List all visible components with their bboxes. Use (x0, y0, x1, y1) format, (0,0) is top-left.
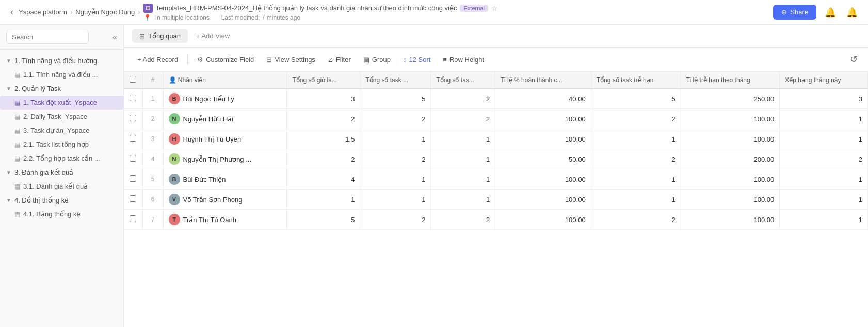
nav-section-header-0[interactable]: ▼1. Tính năng và điều hướng (0, 54, 123, 68)
cell-ti-le-5: 100.00 (495, 190, 591, 210)
bell-icon[interactable]: 🔔 (823, 5, 838, 20)
table-container: # 👤 Nhân viên Tổng số giờ là... Tổng số … (124, 72, 868, 327)
nav-item-0-0[interactable]: ▤1.1. Tính năng và điều ... (0, 68, 123, 82)
nav-item-1-3[interactable]: ▤2.1. Task list tổng hợp (0, 137, 123, 151)
nav-item-3-0[interactable]: ▤4.1. Bảng thống kê (0, 207, 123, 221)
col-header-nhan-vien[interactable]: 👤 Nhân viên (163, 72, 287, 89)
cell-ti-le-0: 40.00 (495, 89, 591, 109)
nav-item-1-4[interactable]: ▤2.2. Tổng hợp task cần ... (0, 151, 123, 165)
group-label: Group (372, 56, 391, 64)
avatar-5: V (169, 194, 180, 205)
view-settings-button[interactable]: ⊟ View Settings (261, 53, 320, 66)
sidebar-search-area: « (0, 25, 123, 50)
nav-item-icon-0-0: ▤ (14, 71, 20, 79)
col-header-ti-le-hoan-thanh[interactable]: Ti lệ % hoàn thành c... (495, 72, 591, 89)
section-label-2: 3. Đánh giá kết quả (14, 168, 73, 176)
topbar-title-group: Templates_HRM-PMS-04-2024_Hệ thống quản … (143, 4, 498, 21)
col-header-tong-so-task-2[interactable]: Tổng số tas... (431, 72, 495, 89)
row-checkbox-5[interactable] (124, 190, 142, 210)
cell-tre-han-5: 1 (591, 190, 681, 210)
nav-item-label-1-3: 2.1. Task list tổng hợp (23, 141, 89, 148)
nav-item-icon-1-1: ▤ (14, 113, 20, 120)
name-1: Nguyễn Hữu Hải (183, 115, 234, 123)
cell-name-2[interactable]: H Huỳnh Thị Tú Uyên (163, 129, 287, 149)
cell-name-3[interactable]: N Nguyễn Thị Phương ... (163, 149, 287, 169)
cell-ti-le-1: 100.00 (495, 109, 591, 129)
tab-label: Tổng quan (148, 32, 181, 40)
add-view-button[interactable]: + Add View (190, 29, 236, 43)
share-button[interactable]: Share (773, 5, 816, 20)
nav-section-2: ▼3. Đánh giá kết quả▤3.1. Đánh giá kết q… (0, 165, 123, 193)
star-icon[interactable]: ☆ (491, 4, 498, 12)
row-height-button[interactable]: ≡ Row Height (438, 53, 489, 66)
col-header-ti-le-tre-han[interactable]: Ti lệ trễ hạn theo tháng (681, 72, 780, 89)
cell-name-5[interactable]: V Võ Trần Sơn Phong (163, 190, 287, 210)
nav-section-header-1[interactable]: ▼2. Quản lý Task (0, 82, 123, 96)
nav-item-label-1-0: 1. Task đột xuất_Yspace (23, 99, 97, 106)
cell-gio-3: 2 (287, 149, 360, 169)
breadcrumb-yspace[interactable]: Yspace platform (19, 8, 67, 16)
col-header-xep-hang[interactable]: Xếp hạng tháng này (780, 72, 868, 89)
row-num-5: 6 (142, 190, 163, 210)
nav-section-header-3[interactable]: ▼4. Đồ thị thống kê (0, 193, 123, 207)
cell-name-6[interactable]: T Trần Thị Tú Oanh (163, 210, 287, 230)
nav-item-1-0[interactable]: ▤1. Task đột xuất_Yspace (0, 96, 123, 110)
cell-task2-4: 1 (431, 169, 495, 190)
sidebar: « ▼1. Tính năng và điều hướng▤1.1. Tính … (0, 25, 124, 327)
col-header-tong-so-gio[interactable]: Tổng số giờ là... (287, 72, 360, 89)
nav-item-label-1-1: 2. Daily Task_Yspace (23, 113, 87, 120)
refresh-icon[interactable]: ↺ (848, 52, 860, 67)
cell-ti-le-4: 100.00 (495, 169, 591, 190)
cell-tre-han-3: 2 (591, 149, 681, 169)
row-checkbox-1[interactable] (124, 109, 142, 129)
cell-name-0[interactable]: B Bùi Ngọc Tiểu Ly (163, 89, 287, 109)
sort-icon: ↕ (403, 56, 407, 64)
section-arrow-0: ▼ (6, 58, 11, 64)
nav-item-icon-1-3: ▤ (14, 141, 20, 148)
cell-name-4[interactable]: B Bùi Đức Thiện (163, 169, 287, 190)
col-header-tong-so-task-1[interactable]: Tổng số task ... (360, 72, 431, 89)
nav-section-3: ▼4. Đồ thị thống kê▤4.1. Bảng thống kê (0, 193, 123, 221)
col-header-tong-so-task-tre-han[interactable]: Tổng số task trễ hạn (591, 72, 681, 89)
row-checkbox-3[interactable] (124, 149, 142, 169)
notification-icon[interactable]: 🔔 (844, 5, 860, 20)
row-checkbox-4[interactable] (124, 169, 142, 190)
search-input[interactable] (6, 30, 89, 44)
select-all-header[interactable] (124, 72, 142, 89)
filter-label: Filter (336, 56, 351, 64)
nav-item-1-2[interactable]: ▤3. Task dự án_Yspace (0, 123, 123, 137)
cell-task1-3: 2 (360, 149, 431, 169)
nav-item-2-0[interactable]: ▤3.1. Đánh giá kết quả (0, 179, 123, 193)
cell-name-1[interactable]: N Nguyễn Hữu Hải (163, 109, 287, 129)
section-label-3: 4. Đồ thị thống kê (14, 196, 69, 204)
avatar-4: B (169, 174, 180, 185)
topbar: ‹ Yspace platform › Nguyễn Ngọc Dũng › T… (0, 0, 868, 25)
add-record-label: + Add Record (137, 56, 178, 64)
nav-item-icon-3-0: ▤ (14, 211, 20, 218)
breadcrumb-user[interactable]: Nguyễn Ngọc Dũng (75, 8, 135, 16)
cell-ti-le-2: 100.00 (495, 129, 591, 149)
tab-tong-quan[interactable]: ⊞ Tổng quan (132, 29, 188, 43)
back-button[interactable]: ‹ (8, 5, 15, 20)
nav-item-icon-1-4: ▤ (14, 155, 20, 162)
nav-section-header-2[interactable]: ▼3. Đánh giá kết quả (0, 165, 123, 179)
customize-field-button[interactable]: ⚙ Customize Field (192, 53, 259, 66)
nav-item-icon-1-2: ▤ (14, 127, 20, 134)
nav-item-1-1[interactable]: ▤2. Daily Task_Yspace (0, 110, 123, 123)
add-record-button[interactable]: + Add Record (132, 53, 183, 66)
cell-task1-0: 5 (360, 89, 431, 109)
page-title-crumb: Templates_HRM-PMS-04-2024_Hệ thống quản … (143, 4, 498, 13)
row-checkbox-2[interactable] (124, 129, 142, 149)
select-all-checkbox[interactable] (130, 76, 136, 83)
filter-button[interactable]: ⊿ Filter (323, 53, 356, 66)
group-button[interactable]: ▤ Group (358, 53, 396, 66)
cell-tre-han-0: 5 (591, 89, 681, 109)
sort-label: 12 Sort (409, 56, 430, 64)
row-checkbox-6[interactable] (124, 210, 142, 230)
name-5: Võ Trần Sơn Phong (183, 196, 243, 204)
table-row: 6 V Võ Trần Sơn Phong 1 1 1 100.00 1 100… (124, 190, 868, 210)
sidebar-collapse-button[interactable]: « (112, 33, 117, 42)
row-checkbox-0[interactable] (124, 89, 142, 109)
meta-modified: Last modified: 7 minutes ago (221, 14, 300, 21)
sort-button[interactable]: ↕ 12 Sort (398, 53, 436, 66)
